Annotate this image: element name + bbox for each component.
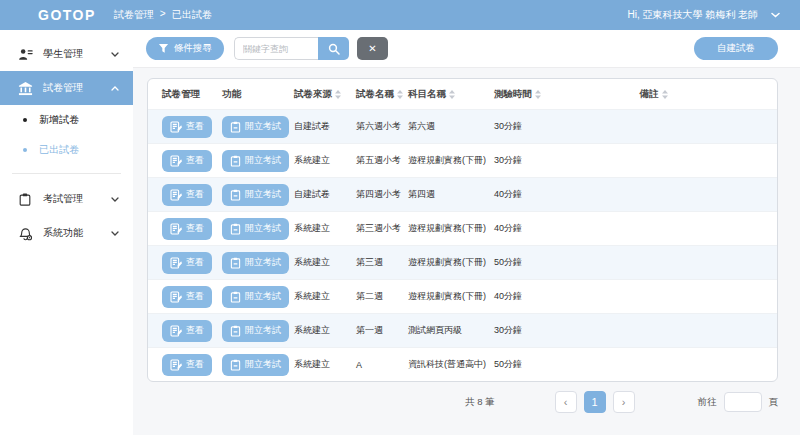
cell-exam-name: 第四週小考 — [356, 188, 408, 201]
open-exam-button-label: 開立考試 — [245, 358, 281, 371]
cell-subject-name: 遊程規劃實務(下冊) — [408, 256, 494, 269]
cell-test-duration: 30分鐘 — [494, 324, 544, 337]
cell-function: 開立考試 — [222, 286, 294, 308]
open-exam-button[interactable]: 開立考試 — [222, 116, 289, 138]
cell-subject-name: 第六週 — [408, 120, 494, 133]
open-exam-button-label: 開立考試 — [245, 324, 281, 337]
cell-function: 開立考試 — [222, 116, 294, 138]
cell-source: 系統建立 — [294, 358, 356, 371]
view-document-icon — [170, 121, 182, 133]
user-menu[interactable]: Hi, 亞東科技大學 賴梅利 老師 — [627, 8, 780, 22]
open-exam-button[interactable]: 開立考試 — [222, 252, 289, 274]
page-number-button[interactable]: 1 — [584, 391, 606, 413]
sidebar-item-label: 考試管理 — [43, 192, 83, 206]
cell-function: 開立考試 — [222, 218, 294, 240]
sort-icon — [535, 90, 541, 99]
open-exam-clipboard-icon — [230, 257, 241, 269]
view-button-label: 查看 — [186, 290, 204, 303]
cell-source: 自建試卷 — [294, 120, 356, 133]
open-exam-button[interactable]: 開立考試 — [222, 218, 289, 240]
cell-exam-paper-management: 查看 — [162, 218, 222, 240]
open-exam-button[interactable]: 開立考試 — [222, 184, 289, 206]
view-button[interactable]: 查看 — [162, 252, 212, 274]
view-button-label: 查看 — [186, 324, 204, 337]
sidebar-item-system-functions[interactable]: 系統功能 — [0, 216, 133, 250]
search-button[interactable] — [318, 37, 349, 60]
cell-exam-paper-management: 查看 — [162, 116, 222, 138]
user-greeting: Hi, 亞東科技大學 賴梅利 老師 — [627, 8, 758, 22]
bullet-icon — [23, 118, 27, 122]
cell-exam-paper-management: 查看 — [162, 150, 222, 172]
clear-search-button[interactable]: ✕ — [357, 37, 388, 60]
sidebar-item-label: 學生管理 — [43, 47, 83, 61]
filter-funnel-icon — [158, 43, 169, 54]
cell-subject-name: 遊程規劃實務(下冊) — [408, 222, 494, 235]
view-document-icon — [170, 155, 182, 167]
create-exam-paper-button[interactable]: 自建試卷 — [694, 37, 778, 60]
filter-search-button[interactable]: 條件搜尋 — [146, 37, 224, 60]
sort-icon — [335, 90, 341, 99]
cell-test-duration: 50分鐘 — [494, 358, 544, 371]
goto-page-input[interactable] — [724, 392, 762, 412]
breadcrumb-section[interactable]: 試卷管理 — [114, 8, 154, 22]
sort-icon — [662, 90, 668, 99]
cell-function: 開立考試 — [222, 320, 294, 342]
table-row: 查看 開立考試 系統建立 A 資訊科技(普通高中) 50分鐘 — [148, 347, 777, 381]
cell-test-duration: 40分鐘 — [494, 188, 544, 201]
cell-exam-name: 第一週 — [356, 324, 408, 337]
view-button-label: 查看 — [186, 358, 204, 371]
prev-page-button[interactable]: ‹ — [555, 391, 577, 413]
goto-page-group: 前往 頁 — [698, 392, 779, 412]
total-count-label: 共 8 筆 — [465, 396, 495, 409]
open-exam-button[interactable]: 開立考試 — [222, 320, 289, 342]
view-document-icon — [170, 325, 182, 337]
sidebar: 學生管理 試卷管理 新增試卷 已出試卷 考試管理 系統功能 — [0, 30, 133, 435]
header-source[interactable]: 試卷來源 — [294, 88, 356, 101]
sidebar-item-exam-management[interactable]: 考試管理 — [0, 182, 133, 216]
view-button[interactable]: 查看 — [162, 184, 212, 206]
cell-subject-name: 資訊科技(普通高中) — [408, 358, 494, 371]
breadcrumb: 試卷管理 > 已出試卷 — [114, 8, 212, 22]
goto-unit-label: 頁 — [769, 396, 779, 409]
sidebar-subitem-issued-exam-papers[interactable]: 已出試卷 — [0, 135, 133, 165]
open-exam-button[interactable]: 開立考試 — [222, 150, 289, 172]
open-exam-button[interactable]: 開立考試 — [222, 286, 289, 308]
search-icon — [328, 43, 340, 55]
sidebar-item-student-management[interactable]: 學生管理 — [0, 37, 133, 71]
cell-exam-paper-management: 查看 — [162, 354, 222, 376]
table-body: 查看 開立考試 自建試卷 第六週小考 第六週 30分鐘 查看 — [148, 109, 777, 381]
main-content: 條件搜尋 ✕ 自建試卷 試卷管理 功能 試卷來源 試卷名稱 科目名稱 — [133, 30, 800, 435]
view-button[interactable]: 查看 — [162, 286, 212, 308]
view-button-label: 查看 — [186, 188, 204, 201]
view-button[interactable]: 查看 — [162, 354, 212, 376]
filter-search-label: 條件搜尋 — [174, 42, 212, 55]
pagination: ‹ 1 › — [555, 391, 635, 413]
open-exam-clipboard-icon — [230, 291, 241, 303]
view-button-label: 查看 — [186, 256, 204, 269]
cell-subject-name: 測試網頁丙級 — [408, 324, 494, 337]
cell-exam-name: 第三週小考 — [356, 222, 408, 235]
sidebar-subitem-new-exam-paper[interactable]: 新增試卷 — [0, 105, 133, 135]
cell-test-duration: 40分鐘 — [494, 222, 544, 235]
search-input[interactable] — [234, 37, 318, 60]
header-subject-name[interactable]: 科目名稱 — [408, 88, 494, 101]
table-row: 查看 開立考試 自建試卷 第六週小考 第六週 30分鐘 — [148, 109, 777, 143]
header-remarks[interactable]: 備註 — [544, 88, 763, 101]
sidebar-subitem-label: 已出試卷 — [39, 143, 79, 157]
cell-exam-paper-management: 查看 — [162, 184, 222, 206]
view-button[interactable]: 查看 — [162, 320, 212, 342]
view-button-label: 查看 — [186, 154, 204, 167]
sidebar-item-exam-paper-management[interactable]: 試卷管理 — [0, 71, 133, 105]
view-button[interactable]: 查看 — [162, 116, 212, 138]
view-button-label: 查看 — [186, 222, 204, 235]
header-test-duration[interactable]: 測驗時間 — [494, 88, 544, 101]
header-exam-name[interactable]: 試卷名稱 — [356, 88, 408, 101]
view-button[interactable]: 查看 — [162, 218, 212, 240]
chevron-up-icon — [111, 86, 119, 91]
sort-icon — [449, 90, 455, 99]
view-button[interactable]: 查看 — [162, 150, 212, 172]
open-exam-clipboard-icon — [230, 121, 241, 133]
cell-source: 系統建立 — [294, 290, 356, 303]
next-page-button[interactable]: › — [613, 391, 635, 413]
open-exam-button[interactable]: 開立考試 — [222, 354, 289, 376]
